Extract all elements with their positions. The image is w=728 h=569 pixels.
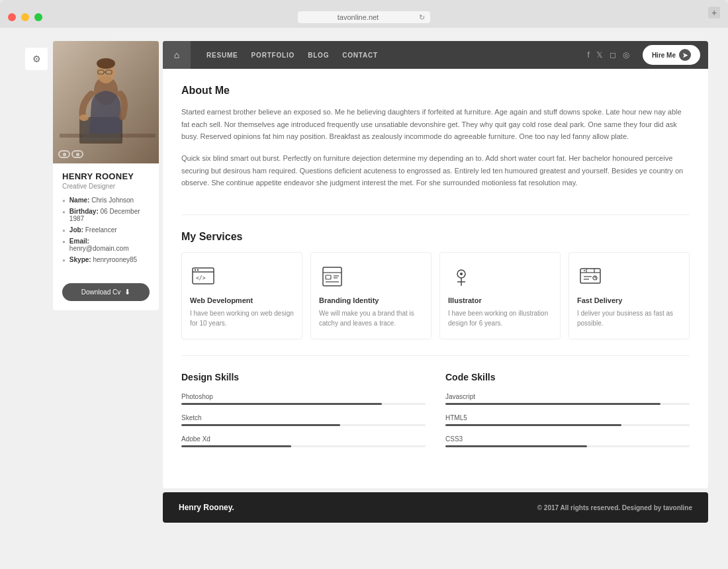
name-value: Chris Johnson: [91, 197, 134, 204]
settings-button[interactable]: ⚙: [25, 48, 48, 70]
photo-icon-2: [71, 150, 83, 158]
service-illustrator: Illustrator I have been working on illus…: [439, 252, 561, 339]
skill-adobexd: Adobe Xd: [181, 435, 426, 447]
profile-details: ● Name: Chris Johnson ● Birthday: 06 Dec…: [62, 197, 150, 263]
service-web-desc: I have been working on web design for 10…: [190, 308, 294, 328]
html5-bar-fill: [445, 424, 621, 426]
photoshop-bar-fill: [181, 403, 382, 405]
detail-birthday: ● Birthday: 06 December 1987: [62, 208, 150, 222]
delivery-icon: [577, 263, 604, 290]
main-wrapper: HENRY ROONEY Creative Designer ● Name: C…: [53, 41, 708, 556]
bullet-icon: ●: [62, 257, 66, 263]
bullet-icon: ●: [62, 228, 66, 234]
branding-icon: [319, 263, 345, 290]
download-cv-label: Download Cv: [81, 288, 120, 296]
bullet-icon: ●: [62, 239, 66, 245]
footer-name: Henry Rooney.: [179, 503, 234, 512]
adobexd-bar-bg: [181, 445, 426, 447]
sketch-bar-bg: [181, 424, 426, 426]
design-skills-title: Design Skills: [181, 372, 426, 382]
css3-bar-bg: [445, 445, 690, 447]
skill-sketch: Sketch: [181, 414, 426, 426]
html5-label: HTML5: [445, 414, 690, 421]
footer-copyright-text: © 2017 All rights reserved. Designed by: [537, 504, 662, 511]
name-label: Name:: [69, 197, 90, 204]
home-icon: ⌂: [174, 50, 179, 60]
code-skills: Code Skills Javascript HTML5: [445, 372, 690, 457]
skype-value: henryrooney85: [93, 256, 137, 263]
home-button[interactable]: ⌂: [163, 41, 191, 69]
svg-point-9: [97, 58, 115, 69]
service-web-name: Web Development: [190, 296, 294, 304]
skill-html5: HTML5: [445, 414, 690, 426]
bullet-icon: ●: [62, 198, 66, 204]
skill-photoshop: Photoshop: [181, 393, 426, 405]
facebook-icon[interactable]: f: [588, 50, 590, 60]
nav-contact[interactable]: CONTACT: [336, 52, 385, 59]
about-paragraph-1: Started earnest brother believe an expos…: [181, 106, 690, 143]
service-branding-desc: We will make you a brand that is catchy …: [319, 308, 423, 328]
adobexd-bar-fill: [181, 445, 291, 447]
twitter-icon[interactable]: 𝕏: [596, 50, 603, 60]
nav-resume[interactable]: RESUME: [200, 52, 245, 59]
skill-css3: CSS3: [445, 435, 690, 447]
photo-overlay: [58, 150, 83, 158]
close-dot[interactable]: [8, 13, 16, 21]
hire-me-label: Hire Me: [652, 52, 676, 59]
skill-javascript: Javascript: [445, 393, 690, 405]
css3-bar-fill: [445, 445, 587, 447]
web-development-icon: </>: [190, 263, 216, 290]
sketch-bar-fill: [181, 424, 340, 426]
skills-section: Design Skills Photoshop Sketch: [181, 372, 690, 457]
nav-blog[interactable]: BLOG: [301, 52, 336, 59]
service-delivery-desc: I deliver your business as fast as possi…: [577, 308, 681, 328]
bullet-icon: ●: [62, 209, 66, 215]
service-delivery: Fast Delivery I deliver your business as…: [569, 252, 690, 339]
photo-icon: [58, 150, 70, 158]
download-cv-button[interactable]: Download Cv ⬇: [62, 283, 150, 301]
content-area: About Me Started earnest brother believe…: [163, 69, 708, 488]
hire-me-button[interactable]: Hire Me ➤: [643, 45, 700, 65]
services-title: My Services: [181, 231, 690, 243]
services-grid: </> Web Development I have been working …: [181, 252, 690, 339]
new-tab-button[interactable]: +: [708, 7, 720, 19]
hire-arrow-icon: ➤: [679, 49, 691, 61]
maximize-dot[interactable]: [34, 13, 42, 21]
profile-photo: [53, 41, 159, 163]
css3-label: CSS3: [445, 435, 690, 443]
service-delivery-name: Fast Delivery: [577, 296, 681, 304]
job-label: Job:: [69, 226, 83, 234]
nav-links: RESUME PORTFOLIO BLOG CONTACT: [191, 52, 394, 59]
detail-job: ● Job: Freelancer: [62, 226, 150, 234]
profile-info: HENRY ROONEY Creative Designer ● Name: C…: [53, 163, 159, 275]
detail-skype: ● Skype: henryrooney85: [62, 256, 150, 263]
detail-email: ● Email: henry@domain.com: [62, 238, 150, 252]
javascript-label: Javascript: [445, 393, 690, 400]
svg-rect-26: [580, 269, 600, 283]
gear-icon: ⚙: [32, 54, 41, 64]
navigation-bar: ⌂ RESUME PORTFOLIO BLOG CONTACT f 𝕏 ◻ ◎ …: [163, 41, 708, 69]
minimize-dot[interactable]: [21, 13, 29, 21]
birthday-label: Birthday:: [69, 208, 99, 215]
profile-card: HENRY ROONEY Creative Designer ● Name: C…: [53, 41, 159, 310]
dribbble-icon[interactable]: ◎: [623, 50, 629, 60]
job-value: Freelancer: [85, 226, 117, 234]
service-illustrator-name: Illustrator: [448, 296, 552, 304]
instagram-icon[interactable]: ◻: [610, 50, 616, 60]
javascript-bar-fill: [445, 403, 660, 405]
address-bar[interactable]: tavonline.net ↻: [298, 11, 430, 23]
illustrator-icon: [448, 263, 475, 290]
photoshop-label: Photoshop: [181, 393, 426, 400]
profile-title: Creative Designer: [62, 183, 150, 190]
design-skills: Design Skills Photoshop Sketch: [181, 372, 426, 457]
sketch-label: Sketch: [181, 414, 426, 421]
photoshop-bar-bg: [181, 403, 426, 405]
html5-bar-bg: [445, 424, 690, 426]
refresh-icon[interactable]: ↻: [419, 13, 425, 22]
svg-point-14: [197, 269, 199, 271]
svg-text:</>: </>: [196, 275, 206, 281]
service-branding-name: Branding Identity: [319, 296, 423, 304]
nav-portfolio[interactable]: PORTFOLIO: [245, 52, 302, 59]
service-illustrator-desc: I have been working on illustration desi…: [448, 308, 552, 328]
svg-point-13: [195, 269, 196, 271]
